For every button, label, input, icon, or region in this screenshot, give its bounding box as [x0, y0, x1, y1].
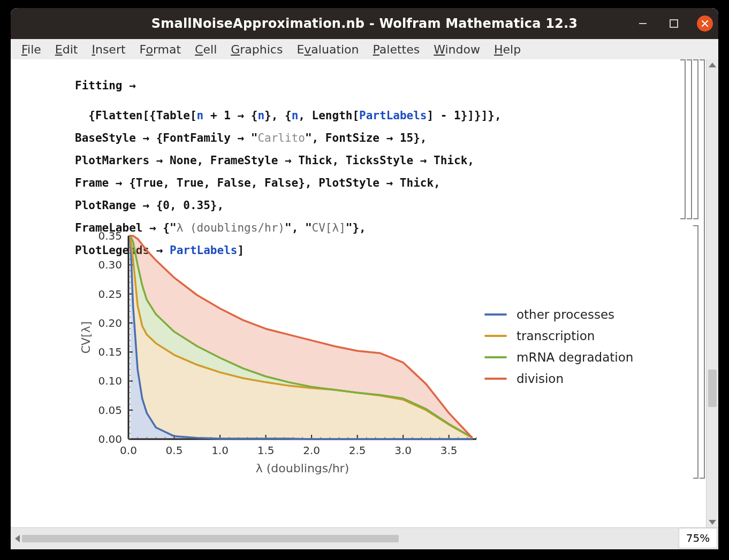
svg-text:0.05: 0.05 — [98, 404, 122, 417]
menu-window[interactable]: Window — [427, 41, 487, 58]
scroll-track[interactable] — [22, 535, 707, 542]
svg-text:0.35: 0.35 — [98, 231, 122, 242]
legend-swatch — [484, 335, 507, 337]
svg-text:0.00: 0.00 — [98, 433, 122, 446]
legend-item: transcription — [484, 329, 633, 343]
svg-text:0.15: 0.15 — [98, 346, 122, 358]
cell-bracket[interactable] — [700, 59, 705, 479]
svg-text:CV[λ]: CV[λ] — [79, 321, 93, 354]
legend-label: other processes — [517, 308, 614, 321]
svg-text:0.30: 0.30 — [98, 258, 122, 271]
menu-format[interactable]: Format — [133, 41, 188, 58]
close-button[interactable] — [697, 16, 713, 32]
scroll-up-icon[interactable] — [709, 63, 716, 67]
svg-text:0.20: 0.20 — [98, 317, 122, 329]
code-line-5: PlotRange → {0, 0.35}, — [75, 199, 224, 212]
legend-swatch — [484, 378, 507, 380]
menu-help[interactable]: Help — [488, 41, 527, 58]
window-title: SmallNoiseApproximation.nb - Wolfram Mat… — [151, 16, 578, 31]
svg-text:2.0: 2.0 — [303, 444, 320, 457]
cell-bracket[interactable] — [680, 59, 686, 219]
legend-label: mRNA degradation — [517, 350, 633, 364]
legend-item: division — [484, 372, 633, 386]
svg-text:3.0: 3.0 — [394, 444, 412, 457]
horizontal-scrollbar[interactable]: 75% — [11, 527, 718, 549]
legend-item: other processes — [484, 308, 633, 321]
svg-text:0.10: 0.10 — [98, 374, 122, 387]
notebook[interactable]: Fitting → {Flatten[{Table[n + 1 → {n}, {… — [11, 59, 706, 528]
scroll-left-icon[interactable] — [15, 535, 20, 542]
svg-text:0.0: 0.0 — [120, 444, 137, 457]
zoom-value: 75% — [686, 532, 710, 544]
legend-swatch — [484, 356, 507, 358]
menu-evaluation[interactable]: Evaluation — [290, 41, 365, 58]
code-line-3: PlotMarkers → None, FrameStyle → Thick, … — [75, 154, 474, 167]
svg-text:3.5: 3.5 — [441, 444, 458, 457]
svg-text:0.25: 0.25 — [98, 288, 122, 301]
svg-text:2.5: 2.5 — [349, 444, 366, 457]
window-controls — [635, 8, 713, 39]
menu-insert[interactable]: Insert — [85, 41, 132, 58]
menubar: File Edit Insert Format Cell Graphics Ev… — [11, 39, 718, 60]
legend-item: mRNA degradation — [484, 350, 633, 364]
svg-text:0.5: 0.5 — [166, 444, 183, 457]
cell-bracket[interactable] — [693, 59, 698, 219]
menu-palettes[interactable]: Palettes — [367, 41, 427, 58]
svg-text:1.5: 1.5 — [257, 444, 275, 457]
svg-text:1.0: 1.0 — [211, 444, 229, 457]
zoom-indicator[interactable]: 75% — [679, 528, 717, 548]
scroll-thumb[interactable] — [708, 370, 717, 407]
cell-bracket[interactable] — [693, 225, 698, 479]
minimize-button[interactable] — [635, 16, 651, 32]
vertical-scrollbar[interactable] — [706, 59, 718, 528]
titlebar[interactable]: SmallNoiseApproximation.nb - Wolfram Mat… — [11, 8, 718, 39]
plot-svg: 0.000.050.100.150.200.250.300.350.00.51.… — [75, 231, 482, 482]
legend-swatch — [484, 313, 507, 316]
plot-legend: other processes transcription mRNA degra… — [484, 300, 633, 393]
code-line-0: Fitting → — [75, 79, 136, 92]
cell-bracket[interactable] — [687, 59, 692, 219]
output-plot[interactable]: 0.000.050.100.150.200.250.300.350.00.51.… — [75, 231, 482, 482]
maximize-button[interactable] — [666, 16, 682, 32]
legend-label: division — [517, 372, 564, 386]
legend-label: transcription — [517, 329, 595, 343]
content-area: Fitting → {Flatten[{Table[n + 1 → {n}, {… — [11, 59, 718, 528]
code-line-2: BaseStyle → {FontFamily → "Carlito", Fon… — [75, 132, 427, 144]
app-window: SmallNoiseApproximation.nb - Wolfram Mat… — [11, 8, 718, 549]
menu-cell[interactable]: Cell — [188, 41, 223, 58]
menu-graphics[interactable]: Graphics — [224, 41, 289, 58]
svg-text:λ (doublings/hr): λ (doublings/hr) — [256, 462, 350, 475]
code-line-4: Frame → {True, True, False, False}, Plot… — [75, 177, 441, 189]
menu-edit[interactable]: Edit — [49, 41, 85, 58]
cell-brackets[interactable] — [659, 59, 706, 528]
scroll-thumb[interactable] — [22, 535, 399, 542]
menu-file[interactable]: File — [15, 41, 48, 58]
scroll-down-icon[interactable] — [709, 520, 716, 525]
code-line-1: {Flatten[{Table[n + 1 → {n}, {n, Length[… — [75, 109, 502, 122]
